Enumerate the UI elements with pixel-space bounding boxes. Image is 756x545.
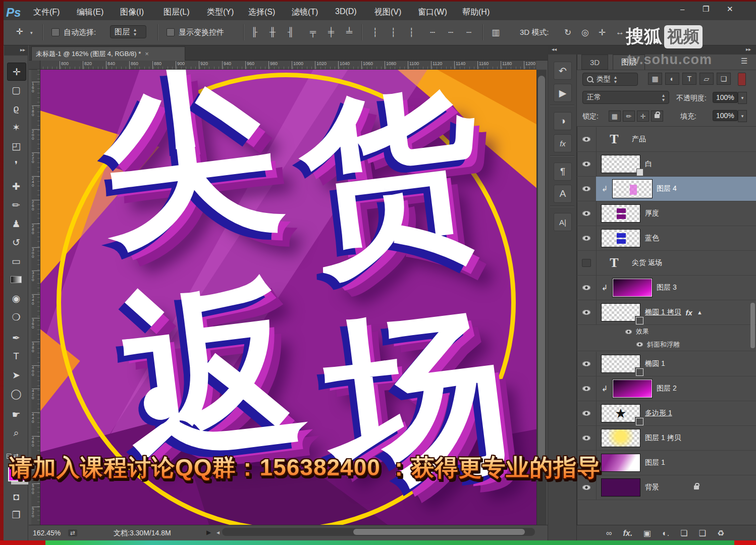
visibility-toggle[interactable] (577, 300, 597, 324)
gradient-tool[interactable] (7, 271, 25, 288)
menu-view[interactable]: 视图(V) (374, 7, 401, 18)
type-tool[interactable]: T (7, 348, 25, 365)
menu-image[interactable]: 图像(I) (120, 7, 144, 18)
collapse-effects-arrow[interactable]: ▲ (697, 309, 703, 315)
blend-mode-dropdown[interactable]: 正常 ▴▾ (582, 91, 669, 104)
character-styles-panel-icon[interactable]: A| (554, 213, 572, 231)
layer-row-jianhuo-fanchang[interactable]: T 尖货 返场 (577, 251, 756, 276)
auto-align-icon[interactable]: ▥ (492, 27, 500, 38)
dock-collapse[interactable]: ◂◂ (548, 45, 577, 54)
lasso-tool[interactable]: ϱ (7, 100, 25, 117)
toolbar-collapse[interactable]: ▸▸ (4, 45, 28, 56)
layer-row-layer4[interactable]: ↲ 图层 4 (577, 177, 756, 201)
3d-rotate-icon[interactable]: ↻ (564, 27, 571, 38)
eyedropper-tool[interactable]: ❜ (7, 156, 25, 173)
actions-panel-icon[interactable]: ▶ (554, 84, 572, 102)
visibility-toggle[interactable] (577, 401, 597, 425)
menu-file[interactable]: 文件(F) (33, 7, 60, 18)
menu-type[interactable]: 类型(Y) (207, 7, 234, 18)
spot-healing-brush-tool[interactable]: ✚ (7, 178, 25, 195)
horizontal-scroll-thumb[interactable] (353, 529, 525, 535)
align-h-centers-icon[interactable]: ╫ (269, 27, 276, 37)
distribute-left-icon[interactable]: ┄ (430, 27, 435, 38)
history-panel-icon[interactable]: ↶ (554, 62, 572, 80)
delete-layer-icon[interactable]: ♻ (717, 528, 724, 538)
distribute-bottom-icon[interactable]: ┆ (409, 27, 414, 38)
effects-row[interactable]: 效果 (577, 325, 756, 338)
visibility-toggle[interactable] (577, 251, 597, 275)
tool-preset-arrow[interactable]: ▾ (30, 30, 33, 35)
layer-row-layer2[interactable]: ↲ 图层 2 (577, 376, 756, 401)
zoom-level[interactable]: 162.45% (33, 529, 61, 537)
brush-tool[interactable]: ✏ (7, 196, 25, 213)
eye-icon[interactable] (636, 342, 643, 347)
layer-row-layer1-copy[interactable]: 图层 1 拷贝 (577, 426, 756, 451)
character-panel-icon[interactable]: A (554, 185, 572, 203)
lock-transparent-pixels-icon[interactable]: ▦ (609, 111, 621, 122)
rectangular-marquee-tool[interactable]: ▢ (7, 81, 25, 98)
filter-pixel-layers-icon[interactable]: ▦ (648, 73, 662, 85)
link-layers-icon[interactable]: ∞ (606, 529, 612, 538)
status-popup-arrow[interactable]: ▶ (206, 529, 211, 536)
auto-select-target-dropdown[interactable]: 图层 ▴▾ (110, 25, 146, 38)
bevel-emboss-row[interactable]: 斜面和浮雕 (577, 338, 756, 351)
document-tab[interactable]: 未标题-1 @ 162% (图层 4, RGB/8) * × (31, 46, 185, 61)
menu-help[interactable]: 帮助(H) (462, 7, 490, 18)
move-tool[interactable]: ✛ (7, 63, 26, 81)
3d-slide-icon[interactable]: ↔ (616, 27, 624, 37)
layer-row-ellipse1-copy[interactable]: 椭圆 1 拷贝 fx ▲ (577, 300, 756, 325)
distribute-right-icon[interactable]: ┄ (466, 27, 471, 38)
lock-image-pixels-icon[interactable]: ✏ (623, 111, 635, 122)
filter-type-dropdown[interactable]: 类型 ▴▾ (582, 73, 638, 86)
align-top-edges-icon[interactable]: ╤ (310, 27, 316, 37)
layer-row-lanse[interactable]: 蓝色 (577, 226, 756, 251)
eraser-tool[interactable]: ▭ (7, 252, 25, 269)
blur-tool[interactable]: ◉ (7, 290, 25, 307)
filter-adjustment-layers-icon[interactable]: ◐ (665, 73, 679, 85)
visibility-toggle[interactable] (577, 376, 597, 401)
align-right-edges-icon[interactable]: ╢ (288, 27, 294, 37)
close-button[interactable]: ✕ (727, 5, 733, 14)
hand-tool[interactable]: ☛ (7, 406, 25, 423)
show-transform-checkbox[interactable] (167, 28, 175, 36)
distribute-v-center-icon[interactable]: ┆ (391, 27, 396, 38)
new-layer-icon[interactable]: ❑ (699, 528, 706, 538)
clone-stamp-tool[interactable]: ♟ (7, 215, 25, 232)
new-adjustment-layer-icon[interactable]: ◐. (662, 529, 669, 538)
layers-panel-scrollbar[interactable] (750, 303, 755, 348)
fx-badge[interactable]: fx (686, 308, 692, 317)
visibility-toggle[interactable] (577, 352, 597, 376)
panel-menu-icon[interactable]: ☰ (741, 57, 748, 66)
screen-mode-button[interactable]: ❐ (7, 506, 25, 523)
visibility-toggle[interactable] (577, 426, 597, 450)
visibility-toggle[interactable] (577, 177, 597, 201)
fill-value[interactable]: 100% (713, 110, 738, 121)
filter-type-layers-icon[interactable]: T (682, 73, 696, 85)
filter-toggle-switch[interactable] (738, 73, 746, 86)
layer-row-houdu[interactable]: 厚度 (577, 201, 756, 226)
opacity-value[interactable]: 100% (713, 92, 738, 103)
vertical-scroll-thumb[interactable] (538, 76, 545, 459)
zoom-tool[interactable]: ⌕ (7, 424, 25, 442)
visibility-toggle[interactable] (577, 226, 597, 250)
visibility-toggle[interactable] (577, 276, 597, 300)
menu-layer[interactable]: 图层(L) (164, 7, 190, 18)
menu-window[interactable]: 窗口(W) (418, 7, 447, 18)
video-progress-bar[interactable] (0, 540, 756, 545)
tab-close-icon[interactable]: × (145, 50, 149, 58)
crop-tool[interactable]: ◰ (7, 137, 25, 154)
distribute-top-icon[interactable]: ┆ (372, 27, 377, 38)
path-selection-tool[interactable]: ➤ (7, 366, 25, 384)
dodge-tool[interactable]: ❍ (7, 308, 25, 325)
3d-drag-icon[interactable]: ✛ (599, 27, 606, 38)
visibility-toggle[interactable] (577, 201, 597, 226)
pan-zoom-icon[interactable]: ⇄ (68, 529, 77, 536)
styles-panel-icon[interactable]: fx (554, 134, 572, 152)
maximize-button[interactable]: ❐ (703, 5, 709, 14)
layer-row-bai[interactable]: 白 (577, 152, 756, 177)
visibility-toggle[interactable] (577, 152, 597, 176)
auto-select-checkbox[interactable] (51, 28, 60, 36)
layer-row-background[interactable]: 背景 (577, 475, 756, 500)
visibility-toggle[interactable] (577, 127, 597, 151)
fill-dropdown-arrow[interactable]: ▾ (738, 110, 747, 122)
